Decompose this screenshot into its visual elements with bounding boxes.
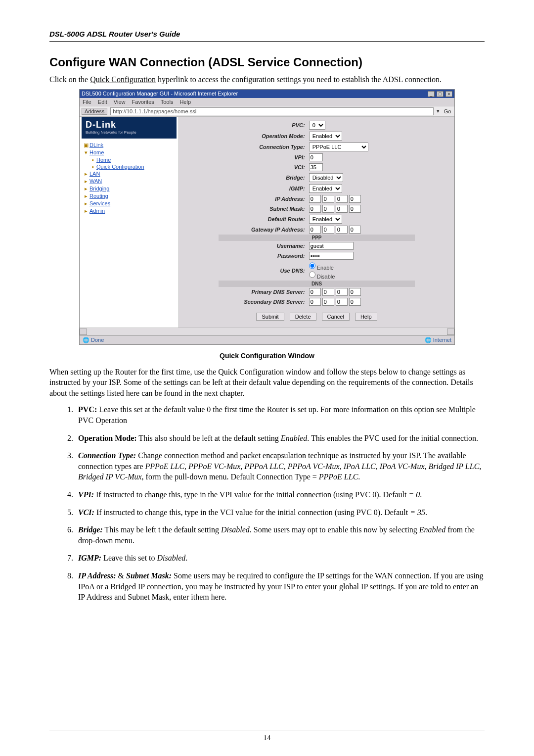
droute-select[interactable]: Enabled — [309, 215, 342, 224]
tree-routing[interactable]: ▸Routing — [82, 192, 177, 200]
ip-d[interactable] — [349, 195, 361, 203]
folder-icon: ▸ — [84, 178, 89, 185]
step-7-text2: . — [185, 554, 187, 562]
step-2-label: Operation Mode: — [78, 434, 137, 442]
step-6-em1: Disabled — [221, 525, 250, 534]
gw-c[interactable] — [336, 226, 348, 234]
step-8-label-a: IP Address: — [78, 571, 116, 580]
menu-help[interactable]: Help — [179, 99, 191, 105]
step-3-em1: PPPoE LLC, PPPoE VC-Mux, PPPoA LLC, PPPo… — [145, 462, 480, 471]
usedns-enable-text: Enable — [317, 265, 334, 271]
sdns-d[interactable] — [349, 298, 361, 306]
tree-admin-link[interactable]: Admin — [89, 208, 105, 214]
step-1-label: PVC: — [78, 405, 97, 414]
step-4-em: = 0 — [408, 490, 420, 499]
sdns-c[interactable] — [336, 298, 348, 306]
usedns-disable-radio[interactable] — [309, 271, 315, 279]
tree-home[interactable]: ▾Home — [82, 149, 177, 156]
gw-b[interactable] — [322, 226, 334, 234]
folder-icon: ▸ — [84, 208, 89, 214]
pvc-select[interactable]: 0 — [309, 121, 325, 130]
tree-wan[interactable]: ▸WAN — [82, 178, 177, 185]
addr-dropdown-icon[interactable]: ▾ — [437, 108, 440, 114]
horizontal-scrollbar[interactable] — [80, 328, 454, 335]
tree-bridging-link[interactable]: Bridging — [89, 186, 109, 191]
tree-home-sub[interactable]: ▪Home — [82, 156, 177, 163]
help-button[interactable]: Help — [355, 313, 377, 321]
usedns-enable-radio[interactable] — [309, 262, 315, 270]
pdns-d[interactable] — [349, 288, 361, 296]
step-6-label: Bridge: — [78, 525, 103, 534]
mask-d[interactable] — [349, 205, 361, 213]
menu-tools[interactable]: Tools — [161, 99, 174, 105]
tree-home-sub-link[interactable]: Home — [96, 157, 111, 163]
tree-lan[interactable]: ▸LAN — [82, 170, 177, 178]
tree-root[interactable]: ▣DLink — [82, 142, 177, 149]
ctype-select[interactable]: PPPoE LLC — [309, 142, 368, 151]
mask-label: Subnet Mask: — [219, 204, 307, 214]
igmp-select[interactable]: Enabled — [309, 184, 342, 193]
username-input[interactable] — [309, 242, 354, 250]
mask-b[interactable] — [322, 205, 334, 213]
ip-a[interactable] — [309, 195, 321, 203]
browser-menubar: File Edit View Favorites Tools Help — [80, 98, 454, 106]
step-3-label: Connection Type: — [78, 451, 136, 460]
delete-button[interactable]: Delete — [290, 313, 316, 321]
tree-home-link[interactable]: Home — [89, 149, 104, 155]
config-form-table: PVC:0 Operation Mode:Enabled Connection … — [219, 120, 415, 307]
address-label: Address — [82, 108, 107, 115]
menu-file[interactable]: File — [83, 99, 91, 105]
mask-c[interactable] — [336, 205, 348, 213]
opmode-select[interactable]: Enabled — [309, 132, 342, 141]
pdns-a[interactable] — [309, 288, 321, 296]
step-7-em: Disabled — [157, 554, 186, 562]
step-2: Operation Mode: This also should be left… — [75, 433, 485, 444]
tree-root-link[interactable]: DLink — [89, 142, 103, 148]
mask-a[interactable] — [309, 205, 321, 213]
tree-bridging[interactable]: ▸Bridging — [82, 185, 177, 192]
pdns-c[interactable] — [336, 288, 348, 296]
tree-services[interactable]: ▸Services — [82, 200, 177, 207]
pdns-b[interactable] — [322, 288, 334, 296]
footer-rule — [49, 730, 485, 730]
tree-routing-link[interactable]: Routing — [89, 193, 108, 199]
sdns-a[interactable] — [309, 298, 321, 306]
opmode-label: Operation Mode: — [219, 131, 307, 142]
folder-icon: ▸ — [84, 171, 89, 177]
tree-admin[interactable]: ▸Admin — [82, 207, 177, 215]
sdns-b[interactable] — [322, 298, 334, 306]
tree-quick-link[interactable]: Quick Configuration — [96, 164, 144, 170]
password-input[interactable] — [309, 252, 354, 260]
tree-services-link[interactable]: Services — [89, 200, 110, 206]
intro-text-b: hyperlink to access the configuration se… — [156, 75, 442, 84]
maximize-icon[interactable]: □ — [437, 91, 444, 97]
submit-button[interactable]: Submit — [256, 313, 284, 321]
step-5-text: If instructed to change this, type in th… — [94, 508, 410, 517]
vpi-input[interactable] — [309, 153, 323, 161]
url-field[interactable]: http://10.1.1.1/hag/pages/home.ssi — [110, 107, 434, 115]
ip-c[interactable] — [336, 195, 348, 203]
gw-d[interactable] — [349, 226, 361, 234]
tree-wan-link[interactable]: WAN — [89, 178, 102, 184]
scroll-left-icon[interactable] — [80, 329, 87, 335]
close-icon[interactable]: × — [445, 91, 452, 97]
ip-b[interactable] — [322, 195, 334, 203]
menu-view[interactable]: View — [114, 99, 126, 105]
go-button[interactable]: Go — [443, 108, 452, 114]
vci-input[interactable] — [309, 163, 323, 171]
menu-favorites[interactable]: Favorites — [132, 99, 154, 105]
cancel-button[interactable]: Cancel — [322, 313, 350, 321]
bridge-select[interactable]: Disabled — [309, 173, 343, 182]
page-title: Configure WAN Connection (ADSL Service C… — [49, 55, 485, 69]
minimize-icon[interactable]: _ — [428, 91, 435, 97]
scroll-right-icon[interactable] — [447, 329, 454, 335]
menu-edit[interactable]: Edit — [98, 99, 107, 105]
gw-a[interactable] — [309, 226, 321, 234]
tree-quick[interactable]: ▪Quick Configuration — [82, 163, 177, 170]
step-3: Connection Type: Change connection metho… — [75, 450, 485, 482]
tree-lan-link[interactable]: LAN — [89, 171, 100, 177]
ppp-section: PPP — [219, 235, 415, 241]
intro-paragraph: Click on the Quick Configuration hyperli… — [49, 74, 485, 85]
vci-label: VCI: — [219, 162, 307, 172]
quick-config-link[interactable]: Quick Configuration — [90, 75, 156, 84]
